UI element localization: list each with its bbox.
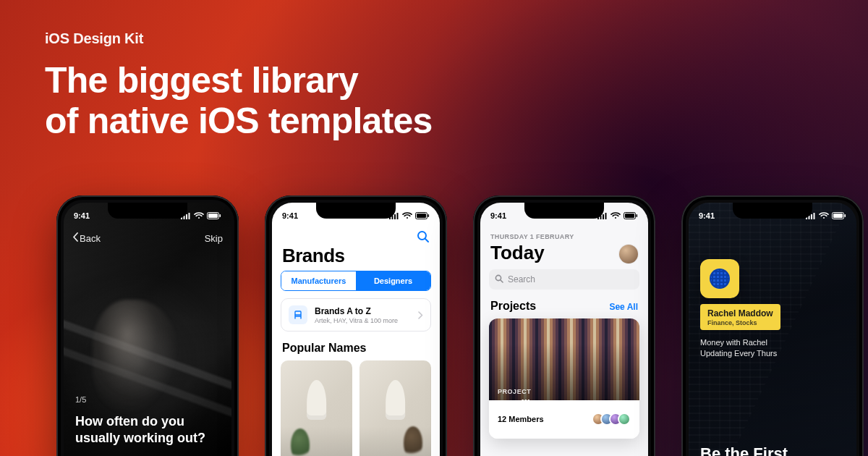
svg-rect-6 [208, 214, 218, 218]
status-icons [181, 212, 221, 219]
section-popular-names: Popular Names [282, 342, 366, 355]
phone-mockup-onboarding: 9:41 Back Skip 1/5 [56, 195, 239, 456]
status-time: 9:41 [74, 211, 90, 220]
profile-avatar[interactable] [619, 245, 638, 263]
step-counter: 1/5 [75, 395, 86, 404]
svg-rect-20 [603, 214, 604, 219]
section-header: Projects See All [490, 300, 638, 313]
phone-screen: 9:41 Back Skip 1/5 [64, 203, 231, 456]
phone-mockup-brands: 9:41 Brands Manufacturers Designers [265, 195, 447, 456]
phone-mockup-today: 9:41 THURSDAY 1 FEBRUARY Today Search Pr… [473, 195, 655, 456]
battery-icon [415, 212, 430, 219]
hero-headline-line1: The biggest library [45, 60, 358, 101]
desc-line1: Money with Rachel [700, 338, 767, 347]
search-icon[interactable] [417, 230, 430, 246]
hero-headline: The biggest library of native iOS templa… [45, 60, 433, 141]
svg-rect-14 [417, 214, 426, 218]
svg-rect-17 [295, 311, 301, 315]
project-card[interactable]: PROJECT Headline 12 Members [489, 318, 639, 439]
notch [316, 203, 396, 219]
svg-rect-21 [605, 213, 607, 219]
search-field[interactable]: Search [489, 269, 639, 290]
svg-rect-15 [428, 214, 430, 217]
popular-grid [281, 360, 431, 456]
onboarding-question: How often do you usually working out? [75, 413, 220, 446]
svg-rect-10 [394, 214, 396, 219]
card-subtitle: Artek, HAY, Vitra & 100 more [315, 317, 411, 324]
status-icons [389, 212, 430, 219]
battery-icon [207, 212, 221, 219]
members-count: 12 Members [498, 415, 544, 423]
svg-rect-34 [845, 214, 846, 217]
brand-tile[interactable] [359, 360, 431, 456]
author-name: Rachel Maddow [707, 308, 773, 318]
svg-point-4 [198, 217, 200, 219]
battery-icon [624, 212, 638, 219]
member-avatars [592, 413, 631, 426]
chevron-left-icon [72, 232, 78, 244]
phone-screen: 9:41 Brands Manufacturers Designers [272, 203, 440, 456]
wifi-icon [610, 212, 621, 219]
brand-tile[interactable] [281, 360, 352, 456]
wifi-icon [819, 212, 829, 219]
svg-rect-3 [189, 213, 190, 219]
svg-rect-2 [186, 214, 187, 219]
svg-rect-24 [625, 214, 634, 218]
notch [108, 203, 187, 219]
author-category: Finance, Stocks [707, 319, 773, 326]
notch [733, 203, 812, 219]
see-all-link[interactable]: See All [609, 302, 638, 312]
brands-az-card[interactable]: Brands A to Z Artek, HAY, Vitra & 100 mo… [281, 298, 431, 332]
desc-line2: Updating Every Thurs [700, 349, 777, 358]
svg-point-31 [823, 217, 825, 219]
back-button[interactable]: Back [72, 232, 101, 244]
status-icons [806, 212, 846, 219]
svg-rect-7 [220, 214, 221, 217]
project-headline: Headline [498, 397, 543, 410]
question-line1: How often do you [75, 414, 184, 428]
svg-point-22 [615, 217, 616, 219]
question-line2: usually working out? [75, 431, 205, 445]
app-icon[interactable] [700, 259, 739, 298]
segment-designers[interactable]: Designers [356, 271, 430, 290]
search-placeholder: Search [508, 274, 535, 284]
section-title: Projects [490, 300, 536, 313]
status-time: 9:41 [699, 211, 715, 220]
status-time: 9:41 [282, 211, 298, 220]
card-title: Brands A to Z [315, 306, 411, 316]
wifi-icon [402, 212, 412, 219]
date-label: THURSDAY 1 FEBRUARY [490, 233, 574, 240]
author-badge[interactable]: Rachel Maddow Finance, Stocks [700, 304, 780, 330]
svg-point-12 [407, 217, 408, 219]
svg-rect-29 [811, 214, 812, 219]
promo-canvas: iOS Design Kit The biggest library of na… [0, 0, 868, 456]
status-icons [597, 212, 638, 219]
status-time: 9:41 [490, 211, 506, 220]
hero-text: iOS Design Kit The biggest library of na… [45, 30, 433, 141]
hero-headline-line2: of native iOS templates [45, 101, 433, 141]
phone-screen: 9:41 THURSDAY 1 FEBRUARY Today Search Pr… [480, 203, 648, 456]
avatar [618, 413, 631, 426]
svg-rect-30 [814, 213, 815, 219]
skip-button[interactable]: Skip [205, 233, 223, 244]
globe-icon [710, 269, 730, 289]
phone-mockup-podcast: 9:41 Rachel Maddow Finance, Stocks Money… [681, 195, 864, 456]
segment-manufacturers[interactable]: Manufacturers [281, 271, 356, 290]
screen-title: Brands [282, 245, 344, 267]
svg-rect-11 [397, 213, 399, 219]
chevron-right-icon [418, 311, 423, 319]
wifi-icon [194, 212, 204, 219]
back-label: Back [80, 233, 101, 244]
svg-rect-25 [637, 214, 638, 217]
battery-icon [832, 212, 846, 219]
segmented-control: Manufacturers Designers [281, 271, 431, 291]
nav-row: Back Skip [64, 227, 231, 249]
card-text: Brands A to Z Artek, HAY, Vitra & 100 mo… [315, 306, 411, 324]
hero-eyebrow: iOS Design Kit [45, 30, 433, 47]
notch [524, 203, 604, 219]
phones-row: 9:41 Back Skip 1/5 [0, 195, 868, 456]
screen-title: Today [490, 242, 545, 264]
episode-description: Money with Rachel Updating Every Thurs [700, 337, 849, 359]
svg-rect-33 [833, 214, 843, 218]
chair-icon [289, 305, 307, 324]
